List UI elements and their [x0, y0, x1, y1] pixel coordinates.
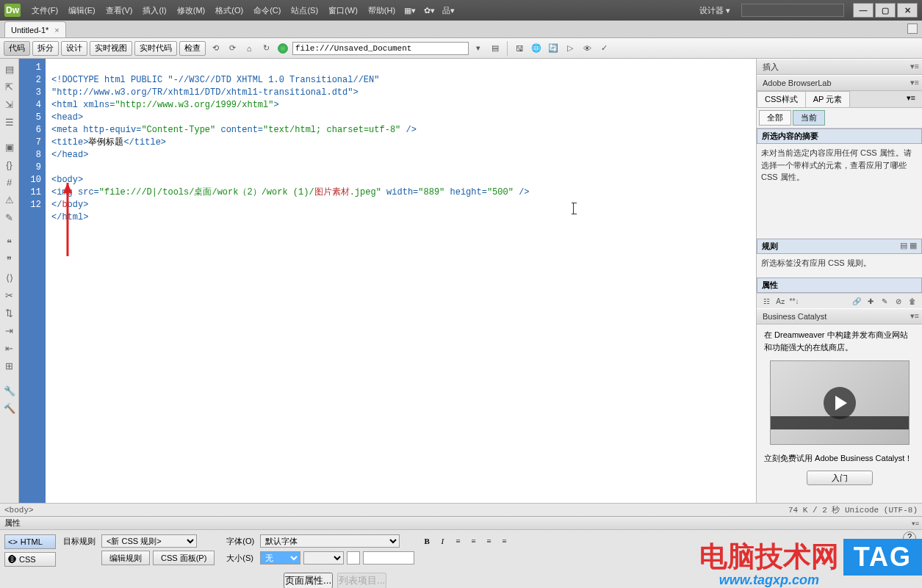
- outdent-icon[interactable]: ⇤: [2, 341, 17, 355]
- doc-options-icon[interactable]: [907, 23, 918, 34]
- tag-path[interactable]: <body>: [4, 506, 34, 515]
- menu-edit[interactable]: 编辑(E): [68, 5, 96, 16]
- nav-back-icon[interactable]: ⟲: [208, 41, 223, 56]
- disable-icon[interactable]: ⊘: [893, 296, 904, 306]
- layout-icon[interactable]: ▦▾: [403, 4, 417, 17]
- browserlab-panel-header[interactable]: Adobe BrowserLab▾≡: [757, 75, 922, 91]
- file-mgmt-icon[interactable]: 🖫: [512, 41, 527, 56]
- collapse-full-tag-icon[interactable]: ⇱: [2, 79, 17, 94]
- recent-snippets-icon[interactable]: ✂: [2, 288, 17, 302]
- target-rule-select[interactable]: <新 CSS 规则>: [101, 534, 197, 548]
- view-code-button[interactable]: 代码: [4, 41, 30, 56]
- code-editor[interactable]: <!DOCTYPE html PUBLIC "-//W3C//DTD XHTML…: [46, 59, 756, 503]
- preview-icon[interactable]: 🌐: [529, 41, 544, 56]
- nav-fwd-icon[interactable]: ⟳: [225, 41, 239, 56]
- menu-file[interactable]: 文件(F): [32, 5, 58, 16]
- collapse-selection-icon[interactable]: ⇲: [2, 97, 17, 112]
- tool-a-icon[interactable]: 🔧: [2, 383, 17, 398]
- menu-site[interactable]: 站点(S): [291, 5, 318, 16]
- menu-view[interactable]: 查看(V): [106, 5, 133, 16]
- addr-menu-icon[interactable]: ▾: [471, 41, 486, 56]
- view-live-button[interactable]: 实时视图: [90, 41, 132, 56]
- italic-icon[interactable]: I: [436, 534, 449, 548]
- visual-aids-icon[interactable]: 👁: [580, 41, 594, 56]
- minimize-button[interactable]: —: [853, 3, 874, 18]
- workspace-switcher[interactable]: 设计器 ▾: [699, 5, 730, 16]
- page-props-button[interactable]: 页面属性...: [284, 573, 333, 588]
- menu-commands[interactable]: 命令(C): [253, 5, 281, 16]
- size-unit-select[interactable]: [303, 551, 344, 565]
- panel-menu-icon[interactable]: ▾≡: [910, 311, 919, 321]
- menu-format[interactable]: 格式(O): [215, 5, 243, 16]
- css-current-button[interactable]: 当前: [793, 110, 825, 126]
- tool-icon-1[interactable]: ▤: [488, 41, 503, 56]
- menu-insert[interactable]: 插入(I): [143, 5, 166, 16]
- quickedit-icon[interactable]: ✎: [903, 548, 916, 561]
- indent-icon[interactable]: ⇥: [2, 323, 17, 338]
- refresh-icon[interactable]: ↻: [259, 41, 273, 56]
- format-source-icon[interactable]: ⊞: [2, 358, 17, 373]
- new-rule-icon[interactable]: ✚: [865, 296, 876, 306]
- bc-video-thumb[interactable]: [770, 360, 910, 445]
- css-panel-button[interactable]: CSS 面板(P): [153, 551, 215, 565]
- search-box[interactable]: [741, 4, 844, 17]
- panel-menu-icon[interactable]: ▾≡: [910, 78, 919, 87]
- menu-help[interactable]: 帮助(H): [368, 5, 395, 16]
- show-category-icon[interactable]: ☷: [760, 296, 772, 306]
- wrap-tag-icon[interactable]: ⟨⟩: [2, 270, 17, 285]
- css-all-button[interactable]: 全部: [759, 110, 791, 126]
- edit-rule-icon[interactable]: ✎: [879, 296, 890, 306]
- color-swatch[interactable]: [347, 551, 360, 565]
- line-numbers-icon[interactable]: #: [2, 175, 17, 189]
- align-left-icon[interactable]: ≡: [451, 534, 464, 548]
- balance-braces-icon[interactable]: {}: [2, 157, 17, 172]
- panel-menu-icon[interactable]: ▾≡: [910, 62, 919, 71]
- bold-icon[interactable]: B: [420, 534, 433, 548]
- expand-icon[interactable]: ☰: [2, 115, 17, 129]
- panel-menu-icon[interactable]: ▾≡: [912, 520, 919, 527]
- view-split-button[interactable]: 拆分: [32, 41, 59, 56]
- bc-start-button[interactable]: 入门: [807, 471, 873, 485]
- show-list-icon[interactable]: Aᴢ: [774, 296, 786, 306]
- font-select[interactable]: 默认字体: [260, 534, 400, 548]
- menu-modify[interactable]: 修改(M): [177, 5, 206, 16]
- tab-ap-elements[interactable]: AP 元素: [805, 91, 851, 107]
- view-options-icon[interactable]: ▷: [563, 41, 577, 56]
- sitemap-icon[interactable]: 品▾: [442, 4, 455, 17]
- menu-window[interactable]: 窗口(W): [328, 5, 358, 16]
- rules-icons[interactable]: ▤ ▦: [900, 241, 917, 252]
- inspect-button[interactable]: 检查: [179, 41, 206, 56]
- extend-icon[interactable]: ✿▾: [422, 4, 436, 17]
- align-right-icon[interactable]: ≡: [482, 534, 495, 548]
- highlight-invalid-icon[interactable]: ⚠: [2, 192, 17, 207]
- align-justify-icon[interactable]: ≡: [497, 534, 511, 548]
- select-parent-icon[interactable]: ▣: [2, 139, 17, 154]
- bc-panel-header[interactable]: Business Catalyst▾≡: [757, 308, 922, 324]
- edit-rule-button[interactable]: 编辑规则: [101, 551, 150, 565]
- home-icon[interactable]: ⌂: [242, 41, 256, 56]
- address-input[interactable]: [292, 42, 469, 55]
- props-css-button[interactable]: 🅑 CSS: [4, 552, 56, 567]
- view-design-button[interactable]: 设计: [61, 41, 87, 56]
- tool-b-icon[interactable]: 🔨: [2, 401, 17, 415]
- remove-comment-icon[interactable]: ❞: [2, 253, 17, 267]
- panel-menu-icon[interactable]: ▾≡: [899, 91, 922, 107]
- insert-panel-header[interactable]: 插入▾≡: [757, 59, 922, 75]
- apply-comment-icon[interactable]: ❝: [2, 235, 17, 250]
- attach-style-icon[interactable]: 🔗: [851, 296, 862, 306]
- syntax-icon[interactable]: ✎: [2, 210, 17, 225]
- maximize-button[interactable]: ▢: [875, 3, 896, 18]
- tab-untitled-1[interactable]: Untitled-1* ×: [4, 21, 66, 37]
- help-icon[interactable]: ?: [903, 531, 916, 545]
- props-html-button[interactable]: <> HTML: [4, 534, 56, 549]
- size-select[interactable]: 无: [260, 551, 300, 565]
- color-input[interactable]: [363, 551, 414, 565]
- open-docs-icon[interactable]: ▤: [2, 62, 17, 76]
- validate-icon[interactable]: ✓: [597, 41, 611, 56]
- play-icon[interactable]: [824, 387, 856, 419]
- align-center-icon[interactable]: ≡: [467, 534, 480, 548]
- delete-rule-icon[interactable]: 🗑: [907, 296, 918, 306]
- view-livecode-button[interactable]: 实时代码: [134, 41, 177, 56]
- close-button[interactable]: ✕: [897, 3, 918, 18]
- tab-css-styles[interactable]: CSS样式: [757, 91, 806, 107]
